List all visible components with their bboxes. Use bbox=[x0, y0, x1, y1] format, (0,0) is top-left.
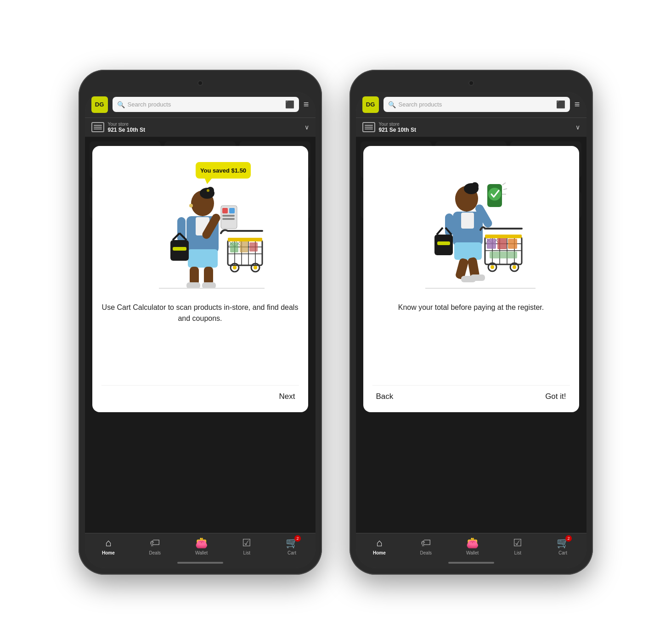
store-info: Your store 921 Se 10th St bbox=[108, 122, 304, 133]
phone-screen-1: DG 🔍 Search products ⬛ ≡ Your store 921 … bbox=[85, 92, 316, 568]
store-building-icon bbox=[91, 122, 104, 132]
store-name-2: 921 Se 10th St bbox=[379, 127, 575, 133]
nav-home-label: Home bbox=[102, 550, 115, 555]
svg-rect-39 bbox=[249, 242, 258, 252]
phone-notch-2 bbox=[356, 76, 586, 90]
nav-wallet-label: Wallet bbox=[195, 550, 208, 555]
modal-illustration-2 bbox=[372, 155, 570, 293]
dg-logo-2: DG bbox=[362, 96, 379, 113]
nav-cart-2[interactable]: 🛒 2 Cart bbox=[557, 537, 569, 555]
svg-rect-13 bbox=[222, 208, 228, 213]
cart-badge-2: 2 bbox=[565, 535, 572, 542]
nav-home-label-2: Home bbox=[373, 550, 386, 555]
deals-icon: 🏷 bbox=[150, 537, 160, 549]
svg-rect-24 bbox=[186, 282, 200, 289]
phone-camera-2 bbox=[468, 80, 474, 86]
app-header-2: DG 🔍 Search products ⬛ ≡ bbox=[356, 92, 586, 118]
barcode-icon: ⬛ bbox=[285, 100, 294, 109]
svg-rect-10 bbox=[188, 249, 218, 268]
store-bar[interactable]: Your store 921 Se 10th St ∨ bbox=[85, 118, 316, 137]
svg-rect-40 bbox=[228, 238, 262, 241]
nav-cart-label-2: Cart bbox=[558, 550, 567, 555]
search-icon-2: 🔍 bbox=[388, 101, 396, 108]
nav-deals-2[interactable]: 🏷 Deals bbox=[420, 537, 432, 555]
svg-rect-25 bbox=[202, 282, 216, 289]
modal-1: You saved $1.50 bbox=[92, 146, 308, 412]
svg-point-43 bbox=[233, 266, 237, 269]
svg-rect-82 bbox=[485, 235, 522, 238]
svg-rect-15 bbox=[222, 215, 235, 217]
app-header: DG 🔍 Search products ⬛ ≡ bbox=[85, 92, 316, 118]
svg-rect-21 bbox=[173, 247, 186, 251]
store-label: Your store bbox=[108, 122, 304, 127]
phone-notch bbox=[85, 76, 316, 90]
svg-line-60 bbox=[437, 228, 443, 235]
svg-line-55 bbox=[502, 183, 506, 185]
phone-1: DG 🔍 Search products ⬛ ≡ Your store 921 … bbox=[79, 70, 322, 575]
svg-rect-14 bbox=[229, 208, 235, 213]
nav-deals-label: Deals bbox=[149, 550, 161, 555]
svg-text:You saved $1.50: You saved $1.50 bbox=[200, 167, 246, 174]
home-bar-2 bbox=[448, 562, 494, 564]
nav-cart-label: Cart bbox=[288, 550, 296, 555]
home-icon: ⌂ bbox=[105, 537, 111, 549]
phone-screen-2: DG 🔍 Search products ⬛ ≡ Your store 921 … bbox=[356, 92, 586, 568]
search-icon: 🔍 bbox=[117, 101, 125, 108]
main-content-1: T On SaleDollar DealsFood & bbox=[85, 137, 316, 533]
modal-description-2: Know your total before paying at the reg… bbox=[398, 302, 544, 376]
svg-rect-78 bbox=[487, 239, 496, 249]
nav-list-label: List bbox=[243, 550, 250, 555]
nav-deals-label-2: Deals bbox=[420, 550, 432, 555]
svg-rect-79 bbox=[497, 238, 507, 249]
home-indicator-2 bbox=[356, 557, 586, 568]
main-content-2: T On SaleDollar DealsFood & bbox=[356, 137, 586, 533]
search-placeholder: Search products bbox=[128, 101, 171, 108]
bottom-nav-1: ⌂ Home 🏷 Deals 👛 Wallet ☑ List 🛒 bbox=[85, 533, 316, 557]
svg-rect-50 bbox=[461, 213, 474, 229]
back-button[interactable]: Back bbox=[372, 390, 397, 403]
svg-marker-2 bbox=[205, 179, 212, 184]
svg-point-86 bbox=[513, 265, 516, 269]
nav-list-2[interactable]: ☑ List bbox=[513, 537, 522, 555]
bottom-nav-2: ⌂ Home 🏷 Deals 👛 Wallet ☑ List 🛒 bbox=[356, 533, 586, 557]
modal-overlay: You saved $1.50 bbox=[85, 137, 316, 533]
svg-point-48 bbox=[471, 182, 479, 190]
svg-rect-51 bbox=[454, 242, 482, 260]
got-it-button[interactable]: Got it! bbox=[541, 390, 570, 403]
svg-rect-38 bbox=[240, 241, 248, 252]
nav-home[interactable]: ⌂ Home bbox=[102, 537, 115, 555]
chevron-down-icon: ∨ bbox=[304, 123, 309, 131]
wallet-icon-2: 👛 bbox=[466, 537, 479, 549]
nav-wallet[interactable]: 👛 Wallet bbox=[195, 537, 208, 555]
svg-point-7 bbox=[189, 204, 193, 207]
svg-rect-62 bbox=[437, 241, 450, 245]
menu-icon[interactable]: ≡ bbox=[304, 99, 309, 110]
nav-home-2[interactable]: ⌂ Home bbox=[373, 537, 386, 555]
modal-overlay-2: Know your total before paying at the reg… bbox=[356, 137, 586, 533]
next-button[interactable]: Next bbox=[276, 390, 299, 403]
store-label-2: Your store bbox=[379, 122, 575, 127]
modal-2: Know your total before paying at the reg… bbox=[363, 146, 579, 412]
store-bar-2[interactable]: Your store 921 Se 10th St ∨ bbox=[356, 118, 586, 137]
dg-logo: DG bbox=[91, 96, 108, 113]
barcode-icon-2: ⬛ bbox=[556, 100, 565, 109]
home-icon-2: ⌂ bbox=[376, 537, 382, 549]
svg-line-56 bbox=[503, 189, 507, 190]
svg-point-54 bbox=[488, 188, 501, 201]
nav-cart[interactable]: 🛒 2 Cart bbox=[286, 537, 298, 555]
search-bar-2[interactable]: 🔍 Search products ⬛ bbox=[383, 97, 570, 112]
home-bar bbox=[177, 562, 223, 564]
nav-wallet-label-2: Wallet bbox=[466, 550, 479, 555]
svg-rect-37 bbox=[230, 242, 238, 252]
svg-rect-81 bbox=[490, 252, 517, 258]
store-info-2: Your store 921 Se 10th St bbox=[379, 122, 575, 133]
modal-illustration-1: You saved $1.50 bbox=[101, 155, 299, 293]
cart-badge: 2 bbox=[294, 535, 301, 542]
nav-wallet-2[interactable]: 👛 Wallet bbox=[466, 537, 479, 555]
nav-list[interactable]: ☑ List bbox=[242, 537, 251, 555]
svg-rect-66 bbox=[470, 274, 485, 281]
menu-icon-2[interactable]: ≡ bbox=[575, 99, 580, 110]
search-bar[interactable]: 🔍 Search products ⬛ bbox=[113, 97, 299, 112]
chevron-down-icon-2: ∨ bbox=[575, 123, 580, 131]
nav-deals[interactable]: 🏷 Deals bbox=[149, 537, 161, 555]
